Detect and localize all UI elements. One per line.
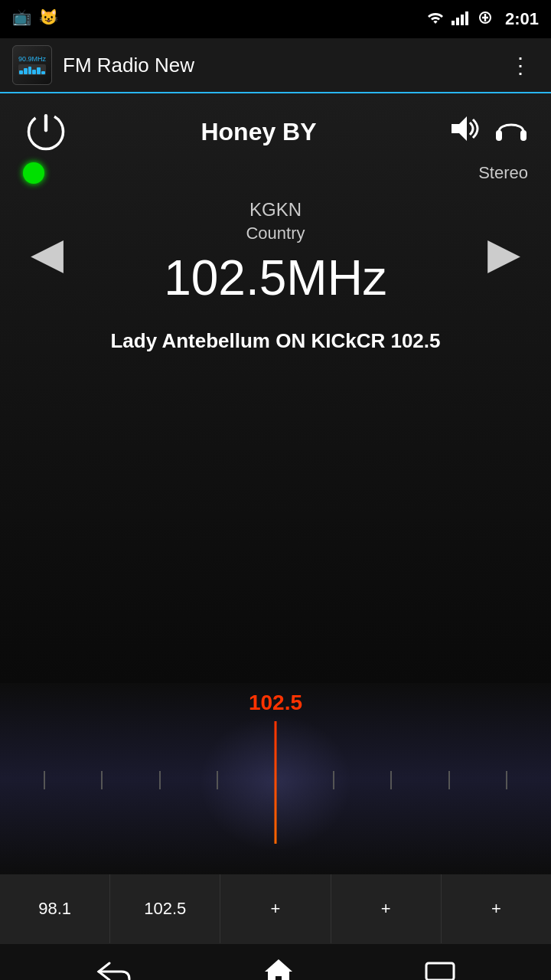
wifi-icon [425,10,445,29]
back-button[interactable] [80,952,148,980]
app-icon: 90.9MHz [12,45,52,85]
recents-button[interactable] [409,952,471,980]
station-genre: Country [102,224,449,243]
add-button-3[interactable]: + [442,874,551,943]
power-button[interactable] [23,109,69,155]
now-playing: Lady Antebellum ON KICkCR 102.5 [0,314,551,368]
scale-tick [44,771,45,789]
app-title: FM Radio New [63,54,504,77]
top-controls: Honey BY [0,93,551,162]
home-button[interactable] [248,950,309,980]
scale-tick [101,771,103,789]
svg-rect-8 [496,130,502,141]
signal-icon [452,10,468,29]
tuner-area[interactable]: 102.5 [0,683,551,874]
svg-rect-11 [426,963,454,980]
tuner-needle [275,721,277,844]
bottom-buttons: 98.1 102.5 + + + [0,874,551,943]
svg-rect-3 [465,11,468,25]
overflow-menu-button[interactable]: ⋮ [504,47,539,84]
battery-icon [474,10,496,29]
frequency-label: 102.5 [249,691,302,715]
signal-indicator [23,162,44,184]
svg-rect-0 [452,21,455,25]
station-call: KGKN [102,199,449,220]
svg-rect-9 [520,130,527,141]
stereo-label: Stereo [478,163,528,183]
preset-button-2[interactable]: 102.5 [110,874,220,943]
next-button[interactable]: ▶ [480,220,528,286]
station-info: KGKN Country 102.5MHz [102,199,449,306]
nav-bar [0,943,551,980]
add-button-1[interactable]: + [220,874,331,943]
add-button-2[interactable]: + [331,874,442,943]
scale-tick [217,771,218,789]
main-content: Honey BY Stereo ◀ [0,93,551,683]
station-name: Honey BY [201,118,316,146]
scale-tick [506,771,507,789]
frequency-area: ◀ KGKN Country 102.5MHz ▶ [0,191,551,314]
scale-tick [159,771,161,789]
status-bar: 📺 😺 2:01 [0,0,551,38]
svg-rect-1 [456,18,459,25]
top-right-controls [448,115,528,149]
status-left-icons: 📺 😺 [12,8,58,26]
status-time: 2:01 [505,9,539,29]
cat-icon: 😺 [39,8,58,26]
tv-icon: 📺 [12,8,31,26]
preset-button-1[interactable]: 98.1 [0,874,110,943]
svg-marker-10 [265,959,292,980]
scale-tick [333,771,334,789]
prev-button[interactable]: ◀ [23,220,71,286]
scale-tick [448,771,450,789]
scale-tick [390,771,392,789]
svg-rect-2 [461,15,464,25]
svg-marker-7 [452,116,467,141]
volume-icon[interactable] [448,115,479,149]
status-row: Stereo [0,162,551,191]
toolbar: 90.9MHz FM Radio New ⋮ [0,38,551,93]
frequency-display: 102.5MHz [102,250,449,306]
headphones-icon[interactable] [494,115,528,149]
